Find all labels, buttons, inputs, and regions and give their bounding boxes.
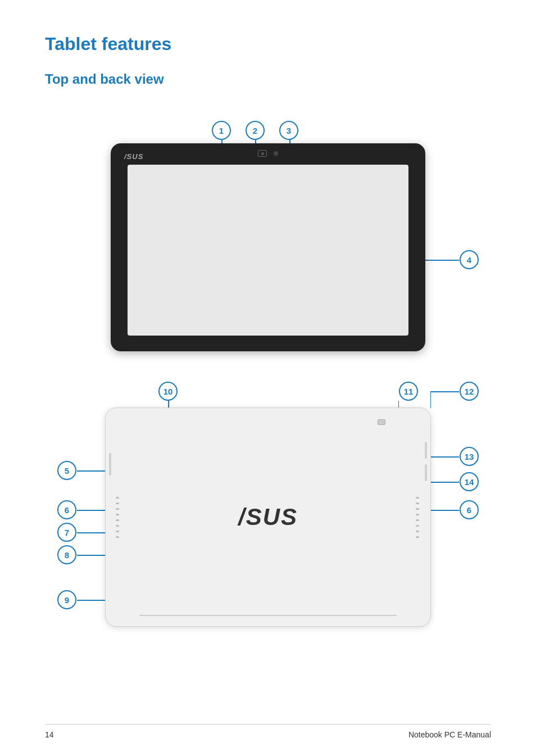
back-camera bbox=[378, 419, 385, 425]
speaker-hole bbox=[416, 508, 419, 510]
badge-11: 11 bbox=[399, 382, 418, 401]
badge-5: 5 bbox=[57, 461, 76, 480]
tablet-back-section: 10 11 12 5 6 7 8 9 6 13 14 bbox=[45, 379, 491, 660]
badge-3: 3 bbox=[279, 121, 298, 140]
speaker-right bbox=[416, 495, 420, 540]
badge-14: 14 bbox=[460, 472, 479, 491]
speaker-hole bbox=[116, 508, 119, 510]
badge-9: 9 bbox=[57, 590, 76, 609]
speaker-hole bbox=[116, 525, 119, 527]
hline-14 bbox=[428, 482, 459, 483]
badge-1: 1 bbox=[212, 121, 231, 140]
speaker-hole bbox=[116, 536, 119, 538]
port-indicator-left bbox=[109, 453, 111, 476]
badge-7: 7 bbox=[57, 523, 76, 542]
asus-logo-back: /SUS bbox=[238, 504, 298, 531]
badge-8: 8 bbox=[57, 545, 76, 564]
asus-logo-front: /SUS bbox=[124, 152, 143, 161]
speaker-hole bbox=[116, 514, 119, 515]
badge-4: 4 bbox=[460, 250, 479, 269]
speaker-hole bbox=[116, 531, 119, 532]
front-sensor-dot bbox=[274, 151, 278, 156]
tablet-screen bbox=[128, 165, 408, 336]
tablet-front-device: /SUS bbox=[111, 143, 425, 351]
speaker-hole bbox=[116, 503, 119, 504]
badge-13: 13 bbox=[460, 447, 479, 466]
port-indicator-right-mid bbox=[425, 464, 427, 481]
speaker-hole bbox=[416, 519, 419, 521]
speaker-hole bbox=[416, 497, 419, 499]
speaker-hole bbox=[416, 514, 419, 515]
bottom-bar bbox=[139, 615, 397, 616]
speaker-hole bbox=[116, 497, 119, 499]
section-title: Top and back view bbox=[45, 71, 491, 87]
hline-6r bbox=[428, 510, 459, 511]
page-container: Tablet features Top and back view 1 2 3 … bbox=[0, 0, 536, 756]
badge-10: 10 bbox=[158, 382, 178, 401]
tablet-top-bar bbox=[258, 150, 278, 157]
footer-doc-title: Notebook PC E-Manual bbox=[408, 730, 491, 739]
speaker-hole bbox=[416, 536, 419, 538]
badge-6-right: 6 bbox=[460, 500, 479, 519]
page-title: Tablet features bbox=[45, 34, 491, 55]
tablet-front-section: 1 2 3 4 /SUS bbox=[45, 110, 491, 346]
tablet-back-device: /SUS bbox=[105, 408, 431, 627]
hline-13 bbox=[428, 456, 459, 458]
speaker-hole bbox=[416, 525, 419, 527]
badge-6-left: 6 bbox=[57, 500, 76, 519]
speaker-hole bbox=[116, 519, 119, 521]
speaker-left bbox=[116, 495, 120, 540]
page-footer: 14 Notebook PC E-Manual bbox=[45, 724, 491, 739]
front-camera-frame bbox=[258, 150, 267, 157]
speaker-hole bbox=[416, 531, 419, 532]
vline-12b bbox=[430, 391, 431, 408]
footer-page-number: 14 bbox=[45, 730, 54, 739]
badge-2: 2 bbox=[246, 121, 265, 140]
front-camera-lens bbox=[261, 152, 264, 155]
port-indicator-right-top bbox=[425, 442, 427, 459]
hline-12 bbox=[431, 391, 459, 392]
speaker-hole bbox=[416, 503, 419, 504]
badge-12: 12 bbox=[460, 382, 479, 401]
